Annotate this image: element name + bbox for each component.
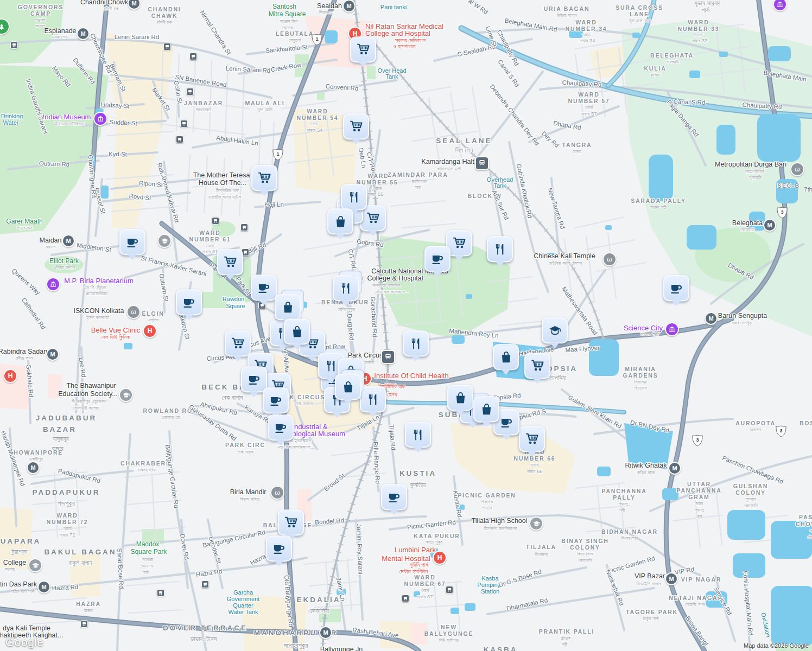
bag-pin[interactable] [284, 318, 310, 344]
highway-shield-icon: 1 [312, 34, 322, 46]
fork-pin[interactable] [360, 386, 386, 412]
metro-station-icon[interactable]: M [763, 219, 776, 232]
school-icon[interactable] [28, 558, 42, 572]
metro-station-icon[interactable]: M [342, 0, 356, 12]
bag-pin[interactable] [447, 385, 473, 411]
coffee-pin[interactable] [176, 289, 202, 315]
museum-icon[interactable] [665, 322, 679, 336]
temple-icon[interactable]: ω [790, 162, 804, 176]
svg-text:3: 3 [696, 438, 699, 443]
coffee-pin[interactable] [119, 229, 145, 255]
bag-pin[interactable] [335, 374, 361, 400]
coffee-pin[interactable] [241, 366, 267, 392]
fork-icon [339, 281, 353, 296]
temple-icon[interactable]: ω [126, 305, 141, 319]
metro-station-icon[interactable]: M [705, 312, 718, 325]
bus-stop-icon[interactable] [186, 88, 194, 95]
metro-station-icon[interactable]: M [62, 234, 75, 247]
museum-icon[interactable] [46, 277, 60, 291]
fork-icon [411, 427, 426, 442]
bag-pin[interactable] [493, 344, 519, 370]
railway-station-icon[interactable] [381, 350, 395, 364]
highway-shield-icon: 3 [777, 207, 788, 219]
svg-text:3: 3 [781, 210, 783, 215]
bag-icon [341, 380, 356, 394]
metro-station-icon[interactable]: M [665, 572, 678, 585]
bus-stop-icon[interactable] [402, 595, 409, 602]
bag-icon [453, 391, 468, 405]
metro-station-icon[interactable]: M [46, 348, 59, 361]
bag-pin[interactable] [275, 294, 301, 320]
coffee-icon [269, 393, 283, 408]
bus-stop-icon[interactable] [212, 217, 219, 225]
hospital-icon[interactable]: H [433, 551, 447, 565]
coffee-pin[interactable] [263, 387, 289, 413]
cart-pin[interactable] [225, 330, 251, 356]
highway-shield-icon: 3 [776, 425, 786, 437]
bus-stop-icon[interactable] [10, 41, 18, 49]
bag-icon [290, 324, 304, 339]
coffee-icon [669, 281, 684, 296]
fork-pin[interactable] [487, 236, 513, 262]
google-logo[interactable]: Google [5, 636, 44, 649]
coffee-pin[interactable] [663, 275, 689, 301]
coffee-pin[interactable] [424, 246, 451, 272]
cart-pin[interactable] [524, 353, 550, 379]
railway-station-icon[interactable] [475, 156, 489, 170]
school-icon[interactable] [119, 388, 133, 402]
fork-icon [347, 190, 361, 205]
metro-station-icon[interactable]: M [319, 626, 332, 639]
grad-pin[interactable] [542, 317, 568, 343]
cart-icon [525, 432, 540, 446]
metro-station-icon[interactable]: M [37, 580, 50, 593]
fork-pin[interactable] [333, 275, 359, 301]
bag-icon [499, 350, 513, 365]
hospital-icon[interactable]: H [3, 369, 17, 383]
fork-pin[interactable] [341, 184, 367, 210]
bus-stop-icon[interactable] [201, 580, 209, 588]
bag-pin[interactable] [327, 208, 353, 234]
coffee-pin[interactable] [251, 275, 277, 301]
bus-stop-icon[interactable] [157, 589, 164, 597]
cart-pin[interactable] [251, 165, 277, 191]
cart-icon [530, 359, 545, 373]
cart-pin[interactable] [278, 509, 304, 535]
temple-icon[interactable]: ω [270, 486, 284, 500]
bus-stop-icon[interactable] [163, 43, 171, 50]
coffee-icon [182, 295, 196, 310]
bag-pin[interactable] [473, 396, 499, 422]
bag-icon [333, 214, 348, 229]
coffee-icon [125, 235, 140, 250]
coffee-pin[interactable] [266, 535, 292, 561]
bus-stop-icon[interactable] [446, 586, 453, 593]
cart-pin[interactable] [217, 249, 243, 275]
cart-pin[interactable] [343, 113, 369, 139]
museum-icon[interactable] [93, 112, 107, 126]
fork-pin[interactable] [403, 330, 429, 356]
temple-icon[interactable]: ω [602, 252, 617, 266]
cart-icon [231, 336, 245, 351]
grad-icon [548, 323, 562, 338]
map-canvas[interactable]: Google Map data ©2026 Google GOVERNORSCA… [0, 0, 812, 651]
cart-pin[interactable] [350, 36, 376, 62]
bus-stop-icon[interactable] [180, 120, 188, 127]
coffee-pin[interactable] [381, 484, 407, 510]
hospital-icon[interactable]: H [143, 324, 157, 338]
metro-station-icon[interactable]: M [27, 461, 40, 474]
coffee-pin[interactable] [268, 414, 294, 441]
bus-stop-icon[interactable] [80, 620, 88, 628]
bus-stop-icon[interactable] [240, 224, 248, 231]
school-icon[interactable] [529, 516, 543, 531]
highway-shield-icon: 3 [692, 435, 703, 446]
metro-station-icon[interactable]: M [668, 462, 681, 475]
bus-stop-icon[interactable] [176, 136, 183, 143]
fork-pin[interactable] [405, 422, 431, 448]
bus-stop-icon[interactable] [189, 53, 197, 60]
coffee-icon [274, 420, 288, 435]
cart-icon [223, 255, 238, 270]
school-icon[interactable] [157, 234, 172, 248]
fork-icon [324, 359, 339, 373]
metro-station-icon[interactable]: M [77, 27, 90, 40]
cart-pin[interactable] [519, 426, 545, 452]
fork-icon [366, 392, 380, 407]
